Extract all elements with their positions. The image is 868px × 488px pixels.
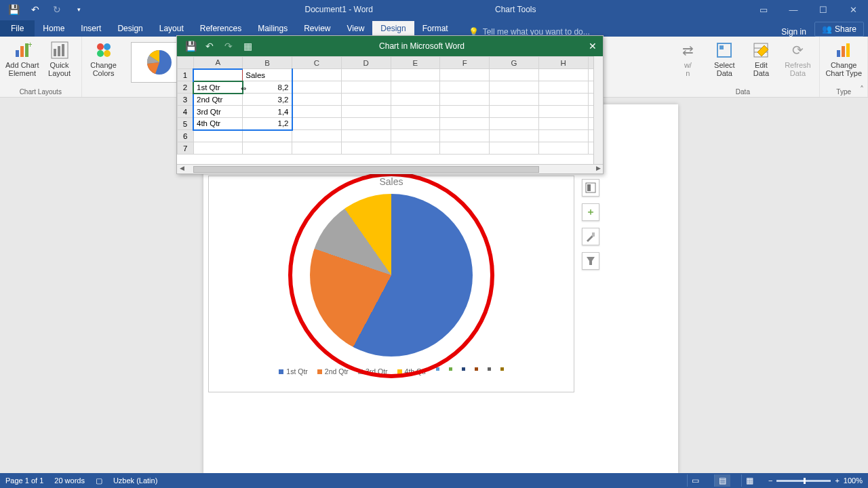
minimize-icon[interactable]: — — [778, 0, 808, 19]
cell[interactable]: 1,4 — [243, 106, 292, 118]
cell[interactable] — [440, 94, 490, 106]
col-header[interactable]: A — [193, 57, 243, 69]
cell[interactable] — [292, 94, 342, 106]
cell[interactable] — [490, 106, 539, 118]
ds-open-excel-icon[interactable]: ▦ — [241, 41, 254, 52]
cell[interactable] — [440, 106, 490, 118]
save-icon[interactable]: 💾 — [4, 0, 23, 19]
cell[interactable] — [243, 142, 292, 155]
ds-save-icon[interactable]: 💾 — [184, 41, 197, 52]
chart-filters-button[interactable] — [582, 252, 599, 270]
undo-icon[interactable]: ↶ — [26, 0, 45, 19]
cell[interactable] — [292, 130, 342, 142]
zoom-in-icon[interactable]: + — [835, 476, 839, 485]
tab-references[interactable]: References — [192, 21, 250, 37]
cell[interactable] — [292, 142, 342, 155]
zoom-slider[interactable] — [776, 480, 831, 482]
ds-undo-icon[interactable]: ↶ — [203, 41, 216, 52]
cell[interactable]: 1,2 — [243, 118, 292, 130]
close-icon[interactable]: ✕ — [838, 0, 868, 19]
ribbon-options-icon[interactable]: ▭ — [749, 0, 778, 19]
select-data-button[interactable]: Select Data — [708, 39, 741, 77]
share-button[interactable]: 👥 Share — [814, 22, 864, 37]
cell[interactable] — [440, 118, 490, 130]
cell[interactable] — [391, 94, 440, 106]
cell[interactable] — [490, 81, 539, 94]
scroll-thumb[interactable] — [193, 166, 539, 173]
fill-handle-icon[interactable]: ⇔ — [241, 85, 246, 92]
cell[interactable]: 3rd Qtr — [193, 106, 243, 118]
collapse-ribbon-icon[interactable]: ˄ — [860, 85, 864, 94]
cell[interactable] — [341, 106, 391, 118]
col-header[interactable]: D — [341, 57, 391, 69]
select-all-cell[interactable] — [178, 57, 194, 69]
cell[interactable] — [292, 81, 342, 94]
chart-styles-button[interactable] — [582, 228, 599, 245]
cell[interactable] — [538, 106, 588, 118]
col-header[interactable]: G — [490, 57, 539, 69]
cell[interactable] — [292, 118, 342, 130]
cell[interactable] — [341, 118, 391, 130]
pie-chart[interactable] — [296, 180, 486, 370]
cell[interactable] — [538, 130, 588, 142]
row-header[interactable]: 5 — [178, 118, 194, 130]
switch-row-column-button[interactable]: ⇄ w/ n — [671, 39, 704, 77]
cell[interactable] — [193, 130, 243, 142]
cell[interactable] — [193, 142, 243, 155]
status-page[interactable]: Page 1 of 1 — [5, 476, 43, 485]
scroll-right-icon[interactable]: ▶ — [593, 165, 603, 174]
cell[interactable] — [538, 69, 588, 81]
cell[interactable] — [391, 130, 440, 142]
tab-insert[interactable]: Insert — [73, 21, 109, 37]
tab-chart-format[interactable]: Format — [414, 21, 456, 37]
cell[interactable] — [341, 142, 391, 155]
col-header[interactable]: H — [538, 57, 588, 69]
row-header[interactable]: 4 — [178, 106, 194, 118]
web-layout-icon[interactable]: ▦ — [741, 474, 757, 487]
redo-icon[interactable]: ↻ — [47, 0, 66, 19]
cell[interactable] — [538, 142, 588, 155]
col-header[interactable]: F — [440, 57, 490, 69]
chart-elements-button[interactable]: ＋ — [582, 203, 599, 221]
quick-layout-button[interactable]: Quick Layout — [43, 39, 76, 77]
cell[interactable] — [391, 69, 440, 81]
cell[interactable] — [292, 69, 342, 81]
cell[interactable]: 2nd Qtr — [193, 94, 243, 106]
active-cell[interactable]: 1st Qtr⇔ — [193, 81, 243, 94]
cell[interactable] — [292, 106, 342, 118]
zoom-out-icon[interactable]: − — [768, 476, 772, 485]
cell[interactable] — [440, 81, 490, 94]
cell[interactable] — [341, 69, 391, 81]
tab-review[interactable]: Review — [296, 21, 338, 37]
cell[interactable] — [440, 142, 490, 155]
tab-file[interactable]: File — [0, 20, 35, 37]
row-header[interactable]: 2 — [178, 81, 194, 94]
col-header[interactable]: E — [391, 57, 440, 69]
datasheet-scrollbar-horizontal[interactable]: ◀ ▶ — [177, 164, 603, 174]
change-colors-button[interactable]: Change Colors — [87, 39, 120, 77]
tab-mailings[interactable]: Mailings — [250, 21, 296, 37]
zoom-level[interactable]: 100% — [844, 476, 863, 485]
datasheet-scrollbar-vertical[interactable] — [593, 56, 603, 164]
cell[interactable] — [341, 81, 391, 94]
status-words[interactable]: 20 words — [54, 476, 85, 485]
zoom-control[interactable]: − + 100% — [768, 476, 863, 485]
tab-view[interactable]: View — [339, 21, 373, 37]
cell[interactable] — [440, 130, 490, 142]
cell[interactable] — [391, 106, 440, 118]
cell[interactable] — [490, 130, 539, 142]
cell[interactable] — [538, 94, 588, 106]
col-header[interactable]: B — [243, 57, 292, 69]
qat-customize-icon[interactable]: ▾ — [69, 0, 88, 19]
cell[interactable] — [391, 142, 440, 155]
refresh-data-button[interactable]: ⟳ Refresh Data — [781, 39, 814, 77]
maximize-icon[interactable]: ☐ — [808, 0, 838, 19]
datasheet-grid[interactable]: A B C D E F G H I 1 Sales 2 1st Qtr⇔ 8,2 — [177, 56, 603, 164]
cell[interactable] — [341, 130, 391, 142]
print-layout-icon[interactable]: ▤ — [714, 474, 730, 487]
cell[interactable] — [538, 118, 588, 130]
tab-layout[interactable]: Layout — [151, 21, 192, 37]
col-header[interactable]: C — [292, 57, 342, 69]
cell[interactable]: 8,2 — [243, 81, 292, 94]
edit-data-button[interactable]: Edit Data — [745, 39, 777, 77]
